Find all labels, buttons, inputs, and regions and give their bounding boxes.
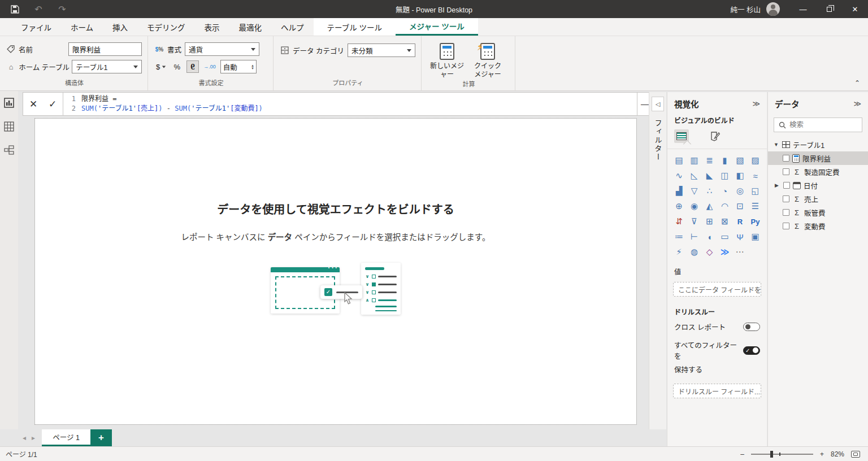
viz-icon-python-visual[interactable]: Py (748, 215, 762, 228)
expand-filters-icon[interactable]: ◁ (652, 97, 664, 111)
field-checkbox[interactable] (783, 155, 789, 162)
tab-help[interactable]: ヘルプ (271, 18, 314, 36)
user-avatar[interactable] (766, 2, 780, 16)
viz-icon-waterfall-chart[interactable]: ▟ (672, 184, 686, 198)
field-checkbox[interactable] (783, 209, 789, 216)
home-table-select[interactable]: テーブル1 (72, 60, 142, 73)
collapse-ribbon-icon[interactable]: ⌃ (854, 79, 860, 87)
viz-icon-decomposition-tree[interactable]: ⊢ (687, 230, 701, 243)
viz-icon-smart-narrative[interactable]: ▭ (718, 230, 732, 243)
viz-icon-funnel-chart[interactable]: ▽ (687, 184, 701, 198)
cancel-formula-button[interactable]: ✕ (27, 98, 40, 110)
viz-icon-treemap[interactable]: ◱ (748, 184, 762, 198)
viz-icon-power-automate-visual[interactable]: ≫ (718, 245, 732, 259)
viz-icon-filled-map[interactable]: ◉ (687, 199, 701, 213)
viz-icon-metrics[interactable]: Ψ (733, 230, 747, 243)
viz-icon-map[interactable]: ⊕ (672, 199, 686, 213)
minimize-button[interactable]: — (790, 0, 816, 18)
report-view-button[interactable] (4, 98, 14, 108)
field-checkbox[interactable] (783, 182, 790, 189)
measure-name-input[interactable] (68, 42, 142, 56)
quick-measure-button[interactable]: ⚡ クイック メジャー (469, 42, 506, 79)
spinner-arrows-icon[interactable]: ▴▾ (251, 64, 254, 69)
format-select[interactable]: 通貨 (185, 42, 259, 56)
viz-icon-100-stacked-bar-chart[interactable]: ▧ (733, 154, 747, 167)
close-button[interactable]: ✕ (842, 0, 868, 18)
tab-measure-tools[interactable]: メジャー ツール (396, 18, 478, 36)
viz-icon-pie-chart[interactable]: ◔ (718, 184, 732, 198)
cross-report-toggle[interactable] (743, 323, 760, 331)
field-row-seizokoteihi[interactable]: Σ 製造固定費 (768, 165, 868, 179)
table-node[interactable]: ▼ テーブル1 (768, 138, 868, 151)
format-visual-tab[interactable] (708, 129, 722, 143)
zoom-slider[interactable] (751, 454, 813, 455)
previous-page-icon[interactable]: ◂ (23, 434, 26, 442)
field-row-genkairieki[interactable]: 限界利益 (768, 151, 868, 165)
commit-formula-button[interactable]: ✓ (46, 98, 59, 110)
collapse-data-pane-icon[interactable]: ≫ (853, 99, 861, 108)
fit-to-page-icon[interactable] (851, 451, 860, 458)
viz-icon-kpi[interactable]: ⇵ (672, 215, 686, 228)
field-checkbox[interactable] (783, 168, 789, 175)
tab-modeling[interactable]: モデリング (137, 18, 195, 36)
percent-format-button[interactable]: % (171, 60, 183, 73)
viz-icon-r-script-visual[interactable]: R (733, 215, 747, 228)
build-visual-tab[interactable] (674, 129, 689, 143)
values-field-well[interactable]: ここにデータ フィールドを... (673, 282, 761, 297)
viz-icon-ribbon-chart[interactable]: ≈ (748, 169, 762, 182)
viz-icon-new-slicer[interactable]: ≔ (672, 230, 686, 243)
add-page-button[interactable]: + (90, 429, 112, 446)
field-checkbox[interactable] (783, 195, 789, 202)
undo-icon[interactable]: ↶ (31, 2, 46, 16)
viz-icon-azure-map[interactable]: ◭ (702, 199, 717, 213)
viz-icon-arcgis-map[interactable]: ◍ (687, 245, 701, 259)
formula-bar-resize-icon[interactable]: — (641, 99, 649, 108)
chevron-expanded-icon[interactable]: ▼ (774, 142, 779, 147)
tab-view[interactable]: 表示 (195, 18, 229, 36)
thousands-separator-button[interactable]: 9 (186, 60, 199, 73)
page-tab-1[interactable]: ページ 1 (42, 429, 90, 446)
viz-icon-line-chart[interactable]: ∿ (672, 169, 686, 182)
zoom-slider-thumb[interactable] (770, 451, 773, 458)
data-category-select[interactable]: 未分類 (348, 44, 415, 57)
filters-pane-label[interactable]: フィルター (653, 119, 663, 162)
decimal-places-icon[interactable]: →.00 (202, 60, 217, 73)
viz-icon-stacked-bar-chart[interactable]: ▤ (672, 154, 686, 167)
new-measure-button[interactable]: 新しいメジャー (428, 42, 466, 79)
dax-editor[interactable]: 1 限界利益 = 2 SUM('テーブル1'[売上]) - SUM('テーブル1… (63, 92, 637, 116)
viz-icon-gauge[interactable]: ◠ (718, 199, 732, 213)
save-icon[interactable] (7, 2, 23, 16)
viz-icon-stacked-column-chart[interactable]: ▥ (687, 154, 701, 167)
viz-icon-clustered-bar-chart[interactable]: ≣ (702, 154, 717, 167)
viz-icon-scatter-chart[interactable]: ∴ (702, 184, 717, 198)
decimal-places-spinner[interactable]: 自動 ▴▾ (220, 60, 257, 73)
viz-icon-slicer[interactable]: ⊽ (687, 215, 701, 228)
viz-icon-line-clustered-column-chart[interactable]: ◧ (733, 169, 747, 182)
report-canvas[interactable]: データを使用して視覚エフェクトをビルドする レポート キャンバスに データ ペイ… (35, 119, 636, 424)
drillthrough-field-well[interactable]: ドリルスルー フィールド... (673, 384, 761, 398)
viz-icon-line-stacked-column-chart[interactable]: ◫ (718, 169, 732, 182)
currency-format-button[interactable]: $ (155, 60, 167, 73)
viz-icon-paginated-report[interactable]: ▣ (748, 230, 762, 243)
tab-optimize[interactable]: 最適化 (229, 18, 272, 36)
viz-icon-qa[interactable]: ◖ (702, 230, 717, 243)
collapse-visualizations-icon[interactable]: ≫ (752, 99, 760, 108)
table-view-button[interactable] (4, 121, 14, 132)
viz-icon-matrix[interactable]: ⊠ (718, 215, 732, 228)
viz-icon-power-apps-visual[interactable]: ◇ (702, 245, 717, 259)
viz-icon-more-visuals[interactable]: ⋯ (733, 245, 747, 259)
field-row-uriage[interactable]: Σ 売上 (768, 192, 868, 206)
chevron-collapsed-icon[interactable]: ▶ (775, 182, 780, 188)
viz-icon-table[interactable]: ⊞ (702, 215, 717, 228)
model-view-button[interactable] (4, 145, 14, 155)
zoom-in-button[interactable]: + (820, 450, 824, 458)
search-input[interactable] (789, 121, 857, 129)
field-row-hankanhi[interactable]: Σ 販管費 (768, 206, 868, 219)
keep-all-filters-toggle[interactable]: ✓ (743, 346, 760, 355)
tab-insert[interactable]: 挿入 (103, 18, 137, 36)
redo-icon[interactable]: ↷ (54, 2, 70, 16)
tab-home[interactable]: ホーム (61, 18, 103, 36)
tab-table-tools[interactable]: テーブル ツール (314, 18, 396, 36)
zoom-out-button[interactable]: – (740, 450, 744, 458)
viz-icon-100-stacked-column-chart[interactable]: ▨ (748, 154, 762, 167)
